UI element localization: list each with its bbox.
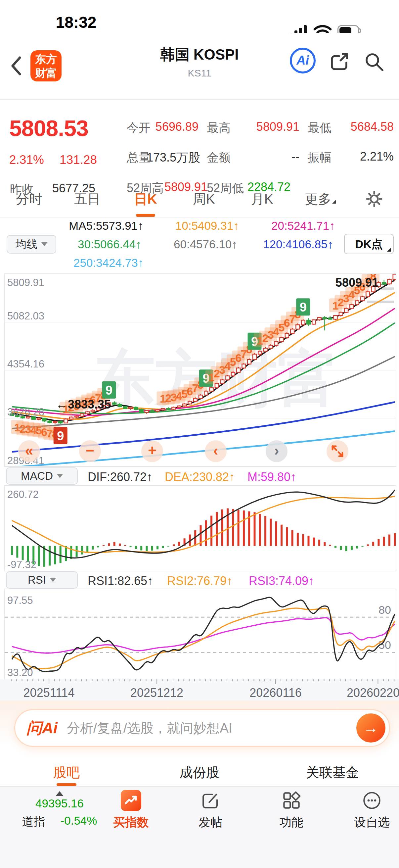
x-axis-label: 20251114	[24, 686, 75, 700]
bottom-tab-bar: 股吧 成份股 关联基金	[0, 760, 399, 786]
x-axis-ticks	[0, 679, 399, 685]
change-amount: 131.28	[60, 153, 97, 167]
ma-value: 10:5409.31↑	[175, 219, 239, 232]
ai-assistant-button[interactable]: Ai	[290, 48, 315, 73]
dropdown-arrow-icon	[50, 578, 56, 582]
buy-index-icon	[121, 790, 141, 811]
ma-value: 120:4106.85↑	[263, 238, 333, 251]
macd-selector-button[interactable]: MACD	[6, 467, 78, 485]
macd-chart[interactable]: 260.72-97.32	[4, 485, 396, 571]
svg-text:5809.91→: 5809.91→	[335, 276, 390, 289]
svg-text:260.72: 260.72	[7, 489, 39, 500]
ask-ai-submit-button[interactable]: →	[356, 713, 386, 743]
tab-related-funds[interactable]: 关联基金	[266, 760, 399, 786]
clock: 18:32	[46, 13, 106, 31]
macd-m-value: M:59.80↑	[247, 470, 296, 484]
svg-text:97.55: 97.55	[7, 594, 33, 606]
macd-dea-value: DEA:230.82↑	[165, 470, 235, 484]
ma-value: MA5:5573.91↑	[69, 219, 143, 232]
tab-stock-forum[interactable]: 股吧	[0, 760, 133, 786]
post-pencil-icon	[200, 790, 221, 811]
gear-icon	[366, 190, 383, 208]
share-icon	[328, 50, 351, 73]
svg-text:-97.32: -97.32	[7, 559, 36, 570]
svg-text:5809.91: 5809.91	[7, 277, 44, 288]
last-price: 5808.53	[9, 115, 88, 141]
stat-label: 最低	[308, 120, 332, 136]
svg-text:33.20: 33.20	[7, 667, 33, 678]
svg-text:9: 9	[105, 383, 112, 397]
svg-text:5082.03: 5082.03	[7, 310, 44, 322]
pan-right-button[interactable]: ›	[266, 440, 288, 462]
expand-icon	[327, 440, 348, 462]
rsi-canvas: 805097.5533.20	[5, 589, 396, 680]
kline-canvas: 东方财富123456789123456789123456789123456789…	[5, 274, 396, 466]
svg-text:80: 80	[378, 603, 391, 616]
stat-label: 最高	[207, 120, 231, 136]
zoom-out-button[interactable]: −	[79, 440, 101, 462]
share-button[interactable]	[328, 50, 351, 73]
stat-label: 金额	[207, 150, 231, 166]
x-axis-label: 20260220	[347, 686, 399, 700]
app-root: 18:32 东方财富 韩国	[0, 0, 399, 868]
watchlist-ellipsis-icon	[362, 790, 382, 811]
stat-value: 2.21%	[331, 150, 394, 163]
tab-weekly-k[interactable]: 周K	[175, 190, 233, 208]
tab-5day[interactable]: 五日	[58, 190, 117, 208]
header: 东方财富 韩国 KOSPI KS11 Ai	[0, 33, 399, 100]
tab-daily-k[interactable]: 日K	[117, 190, 175, 208]
stat-value: 173.5万股	[139, 150, 200, 166]
macd-dif-value: DIF:260.72↑	[88, 470, 153, 484]
svg-text:4354.16: 4354.16	[7, 358, 44, 370]
search-button[interactable]	[363, 50, 386, 73]
rsi1-value: RSI1:82.65↑	[88, 574, 153, 588]
rsi-chart[interactable]: 805097.5533.20	[4, 589, 396, 681]
post-button[interactable]: 发帖	[174, 790, 247, 831]
fullscreen-button[interactable]	[327, 440, 348, 462]
ma-value: 250:3424.73↑	[73, 256, 143, 270]
rsi2-value: RSI2:76.79↑	[167, 574, 233, 588]
ask-ai-section: 问Ai 分析/复盘/选股，就问妙想AI →	[0, 701, 399, 762]
functions-button[interactable]: 功能	[255, 790, 328, 831]
change-percent: 2.31%	[9, 153, 44, 167]
dk-corner-icon	[387, 248, 391, 252]
tab-constituents[interactable]: 成份股	[133, 760, 266, 786]
bottom-toolbar: 49395.16 道指 -0.54% 买指数 发帖	[0, 786, 399, 868]
expand-up-icon	[56, 791, 64, 796]
pan-left-button[interactable]: ‹	[205, 440, 227, 462]
tab-minute[interactable]: 分时	[0, 190, 58, 208]
stat-value: --	[237, 150, 299, 163]
dow-label: 道指	[22, 814, 45, 830]
rewind-button[interactable]: «	[18, 440, 40, 462]
stat-label: 振幅	[308, 150, 332, 166]
dropdown-arrow-icon	[41, 242, 47, 246]
tab-more[interactable]: 更多	[291, 190, 350, 208]
add-watchlist-button[interactable]: 设自选	[335, 790, 399, 831]
ask-ai-placeholder: 分析/复盘/选股，就问妙想AI	[67, 719, 356, 737]
buy-index-button[interactable]: 买指数	[95, 790, 167, 831]
ma-selector-button[interactable]: 均线	[7, 235, 56, 254]
functions-grid-icon	[281, 790, 302, 811]
x-axis-label: 20260116	[250, 686, 302, 700]
kline-chart[interactable]: 东方财富123456789123456789123456789123456789…	[4, 274, 396, 467]
dk-points-button[interactable]: DK点	[344, 234, 394, 254]
dropdown-arrow-icon	[57, 474, 63, 478]
svg-text:9: 9	[57, 429, 64, 443]
search-icon	[363, 50, 386, 73]
stat-value: 5696.89	[139, 120, 199, 134]
macd-canvas: 260.72-97.32	[5, 486, 396, 571]
x-axis-label: 20251212	[130, 686, 183, 700]
x-axis: 20251114 20251212 20260116 20260220	[0, 679, 399, 701]
chart-settings-button[interactable]	[350, 190, 399, 208]
zoom-in-button[interactable]: +	[141, 440, 163, 462]
ma-value: 20:5241.71↑	[271, 219, 335, 232]
tab-monthly-k[interactable]: 月K	[233, 190, 291, 208]
svg-text:9: 9	[300, 300, 307, 314]
stat-value: 5684.58	[331, 120, 394, 134]
svg-text:3626.28: 3626.28	[7, 406, 44, 418]
wen-ai-logo: 问Ai	[27, 718, 58, 739]
svg-text:←3833.35: ←3833.35	[56, 398, 111, 411]
ask-ai-input[interactable]: 问Ai 分析/复盘/选股，就问妙想AI →	[14, 709, 390, 747]
rsi-selector-button[interactable]: RSI	[6, 571, 78, 589]
dow-percent: -0.54%	[61, 814, 97, 830]
